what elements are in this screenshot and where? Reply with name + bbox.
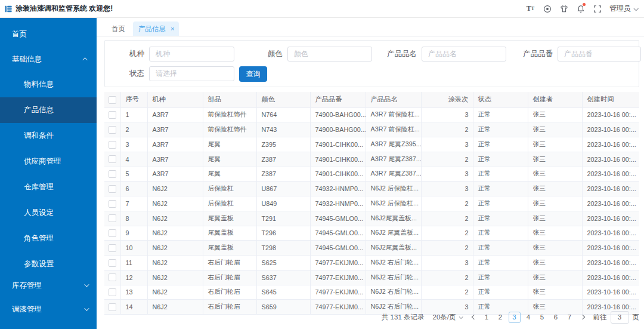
table-row: 1A3R7前保险杠饰件N76474900-BAHG00...A3R7 前保险杠.… — [104, 107, 639, 122]
sidebar-item-调和条件[interactable]: 调和条件 — [0, 123, 97, 149]
target-icon[interactable] — [543, 4, 552, 13]
table-row: 7N6J2后保险杠U84974932-HNMP0...N6J2 后保险杠...2… — [104, 196, 639, 211]
table-row: 8N6J2尾翼盖板T29174945-GMLO0...N6J2尾翼盖板...2正… — [104, 211, 639, 226]
chevron-down-icon — [84, 306, 89, 310]
page-size-select[interactable]: 20条/页 — [433, 313, 462, 322]
prev-page-button[interactable] — [468, 311, 480, 323]
sidebar-item-首页[interactable]: 首页 — [0, 21, 97, 47]
cell-序号: 11 — [120, 256, 147, 270]
cell-产品品名: A3R7 尾翼Z395... — [366, 137, 421, 152]
goto-page-input[interactable]: 3 — [611, 311, 629, 324]
cell-状态: 正常 — [473, 107, 528, 122]
sidebar-item-物料信息[interactable]: 物料信息 — [0, 72, 97, 97]
next-page-button[interactable] — [577, 311, 589, 323]
cell-创建时间: 2023-10-16 00:... — [582, 196, 639, 211]
cell-产品品番: 74945-GMLO0... — [310, 211, 366, 226]
row-checkbox[interactable] — [109, 214, 116, 222]
theme-shirt-icon[interactable] — [559, 4, 568, 13]
page-4[interactable]: 4 — [522, 311, 535, 323]
row-checkbox[interactable] — [109, 259, 116, 267]
cell-部品: 后保险杠 — [203, 196, 256, 211]
notification-bell-icon[interactable] — [576, 4, 585, 13]
cell-序号: 13 — [120, 285, 147, 300]
cell-产品品名: N6J2 尾翼盖板... — [366, 226, 421, 241]
page-1[interactable]: 1 — [480, 311, 494, 323]
app-logo-icon[interactable] — [5, 5, 12, 13]
column-header-状态: 状态 — [473, 92, 528, 107]
row-checkbox[interactable] — [109, 200, 116, 208]
sidebar-item-基础信息[interactable]: 基础信息 — [0, 47, 97, 72]
sidebar-item-label: 仓库管理 — [24, 182, 54, 192]
sidebar-item-库存管理[interactable]: 库存管理 — [0, 273, 97, 297]
row-checkbox[interactable] — [109, 288, 116, 296]
status-select[interactable]: 请选择 — [149, 66, 234, 81]
cell-涂装次: 2 — [421, 226, 473, 241]
row-checkbox[interactable] — [109, 141, 116, 149]
sidebar-item-产品信息[interactable]: 产品信息 — [0, 97, 97, 123]
page-6[interactable]: 6 — [549, 311, 563, 323]
cell-创建时间: 2023-10-16 00:... — [582, 107, 639, 122]
cell-产品品番: 74900-BAHG00... — [310, 122, 366, 137]
cell-产品品番: 74900-BAHG00... — [310, 107, 366, 122]
cell-序号: 2 — [120, 122, 147, 137]
sidebar-item-仓库管理[interactable]: 仓库管理 — [0, 174, 97, 200]
filter-input-颜色[interactable]: 颜色 — [287, 47, 372, 62]
page-2[interactable]: 2 — [494, 311, 507, 323]
caret-down-icon — [459, 315, 463, 319]
cell-状态: 正常 — [473, 182, 528, 196]
cell-产品品名: N6J2 右后门轮... — [366, 256, 421, 270]
cell-部品: 右后门轮眉 — [203, 270, 256, 285]
cell-机种: N6J2 — [147, 300, 203, 315]
sidebar-item-角色管理[interactable]: 角色管理 — [0, 226, 97, 251]
goto-page: 前往3页 — [593, 311, 640, 324]
cell-涂装次: 3 — [421, 256, 473, 270]
font-size-icon[interactable]: TT — [526, 4, 535, 13]
cell-创建者: 张三 — [528, 122, 582, 137]
sidebar-item-label: 调漆管理 — [12, 305, 42, 315]
row-checkbox[interactable] — [109, 155, 116, 163]
cell-部品: 后保险杠 — [203, 182, 256, 196]
filter-label: 颜色 — [268, 49, 283, 59]
tab-首页[interactable]: 首页 — [104, 21, 133, 36]
cell-部品: 右后门轮眉 — [203, 256, 256, 270]
cell-创建时间: 2023-10-16 00:... — [582, 270, 639, 285]
row-checkbox[interactable] — [109, 229, 116, 237]
select-all-checkbox[interactable] — [109, 96, 116, 104]
fullscreen-icon[interactable] — [593, 4, 602, 13]
cell-状态: 正常 — [473, 196, 528, 211]
page-title: 涂装油漆调和监管系统 欢迎您! — [16, 4, 113, 14]
sidebar-item-人员设定[interactable]: 人员设定 — [0, 200, 97, 226]
tab-产品信息[interactable]: 产品信息× — [133, 21, 179, 36]
sidebar-item-调漆管理[interactable]: 调漆管理 — [0, 297, 97, 321]
column-header-部品: 部品 — [203, 92, 256, 107]
row-checkbox[interactable] — [109, 303, 116, 311]
cell-状态: 正常 — [473, 256, 528, 270]
row-checkbox[interactable] — [109, 273, 116, 281]
tab-close-icon[interactable]: × — [171, 25, 174, 32]
cell-机种: N6J2 — [147, 196, 203, 211]
cell-创建者: 张三 — [528, 137, 582, 152]
column-header-创建时间: 创建时间 — [582, 92, 639, 107]
cell-产品品番: 74945-GMLO0... — [310, 241, 366, 256]
cell-创建时间: 2023-10-16 00:... — [582, 256, 639, 270]
cell-颜色: S659 — [256, 300, 310, 315]
search-button[interactable]: 查询 — [239, 66, 267, 82]
filter-input-产品品名[interactable]: 产品品名 — [422, 47, 506, 62]
user-menu[interactable]: 管理员 — [609, 4, 637, 14]
column-header-机种: 机种 — [147, 92, 203, 107]
row-checkbox[interactable] — [109, 244, 116, 252]
cell-创建者: 张三 — [528, 182, 582, 196]
sidebar-item-供应商管理[interactable]: 供应商管理 — [0, 149, 97, 174]
row-checkbox[interactable] — [109, 126, 116, 134]
row-checkbox[interactable] — [109, 111, 116, 119]
page-3[interactable]: 3 — [509, 312, 521, 323]
filter-input-机种[interactable]: 机种 — [149, 47, 234, 62]
filter-input-产品品番[interactable]: 产品品番 — [558, 47, 641, 62]
row-checkbox[interactable] — [109, 185, 116, 193]
filter-group-产品品番: 产品品番产品品番 — [523, 47, 641, 62]
cell-状态: 正常 — [473, 285, 528, 300]
page-7[interactable]: 7 — [563, 311, 577, 323]
cell-序号: 3 — [120, 137, 147, 152]
row-checkbox[interactable] — [109, 170, 116, 178]
page-5[interactable]: 5 — [535, 311, 549, 323]
